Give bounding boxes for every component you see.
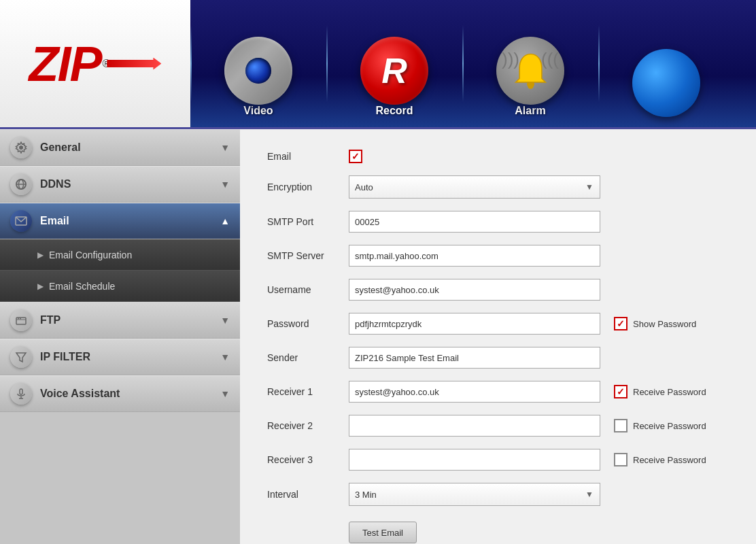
- nav-record[interactable]: R Record: [326, 0, 462, 127]
- sidebar-item-ftp[interactable]: FTP ▼: [0, 302, 240, 339]
- sidebar-item-general[interactable]: General ▼: [0, 129, 240, 166]
- nav-video-label: Video: [243, 105, 273, 117]
- sidebar-ddns-label: DDNS: [40, 178, 71, 190]
- voice-chevron: ▼: [220, 388, 230, 399]
- sidebar: General ▼ DDNS ▼ Email: [0, 129, 240, 544]
- email-chevron: ▲: [220, 216, 230, 226]
- sidebar-ip-filter-label: IP FILTER: [40, 351, 90, 363]
- email-svg-icon: [15, 216, 27, 226]
- receiver1-label: Receiver 1: [267, 386, 349, 397]
- alarm-icon: ))) (((: [496, 37, 564, 105]
- encryption-label: Encryption: [267, 182, 349, 192]
- nav-record-label: Record: [375, 105, 413, 117]
- svg-marker-10: [16, 353, 26, 362]
- receiver2-input[interactable]: [349, 415, 600, 437]
- sidebar-ftp-label: FTP: [40, 314, 61, 326]
- wave-left-icon: ))): [502, 49, 519, 70]
- sidebar-item-ip-filter[interactable]: IP FILTER ▼: [0, 339, 240, 375]
- email-row: Email: [267, 150, 729, 163]
- sidebar-general-label: General: [40, 141, 81, 154]
- username-input[interactable]: [349, 279, 600, 301]
- email-field-label: Email: [267, 151, 349, 162]
- interval-row: Interval 1 Min 3 Min 5 Min 10 Min 30 Min: [267, 483, 729, 506]
- sidebar-subitem-email-schedule[interactable]: ▶ Email Schedule: [0, 271, 240, 302]
- interval-select[interactable]: 1 Min 3 Min 5 Min 10 Min 30 Min: [349, 483, 600, 506]
- receive-password3-label: Receive Password: [633, 455, 706, 465]
- receiver1-row: Receiver 1 Receive Password: [267, 381, 729, 403]
- sidebar-subitem-email-config[interactable]: ▶ Email Configuration: [0, 239, 240, 271]
- email-icon: [10, 210, 32, 232]
- voice-assistant-icon: [10, 383, 32, 405]
- nav-alarm[interactable]: ))) ((( Alarm: [462, 0, 598, 127]
- globe-icon: [632, 49, 700, 117]
- sidebar-item-voice-assistant[interactable]: Voice Assistant ▼: [0, 375, 240, 412]
- camera-icon: [224, 37, 292, 105]
- receiver3-input[interactable]: [349, 449, 600, 471]
- encryption-row: Encryption Auto SSL TLS None: [267, 175, 729, 199]
- form-content: Email Encryption Auto SSL TLS None SMTP …: [240, 129, 756, 544]
- receiver3-row: Receiver 3 Receive Password: [267, 449, 729, 471]
- header-nav: Video R Record ))) ((( Alarm: [190, 0, 756, 127]
- sidebar-item-ddns[interactable]: DDNS ▼: [0, 166, 240, 203]
- sub-arrow-schedule: ▶: [37, 282, 44, 291]
- ddns-svg-icon: [15, 178, 27, 190]
- receive-password2-label: Receive Password: [633, 421, 706, 431]
- record-icon: R: [360, 37, 428, 105]
- ip-filter-chevron: ▼: [220, 352, 230, 362]
- nav-video[interactable]: Video: [190, 0, 326, 127]
- ddns-icon: [10, 173, 32, 195]
- gear-icon: [15, 141, 27, 154]
- sidebar-email-label: Email: [40, 215, 69, 227]
- sidebar-voice-label: Voice Assistant: [40, 388, 120, 400]
- svg-point-9: [20, 318, 21, 320]
- smtp-port-row: SMTP Port: [267, 211, 729, 233]
- username-label: Username: [267, 284, 349, 295]
- username-row: Username: [267, 279, 729, 301]
- general-icon: [10, 137, 32, 158]
- smtp-server-label: SMTP Server: [267, 250, 349, 261]
- sender-row: Sender: [267, 347, 729, 369]
- sender-label: Sender: [267, 352, 349, 363]
- interval-label: Interval: [267, 489, 349, 500]
- test-email-row: Test Email: [267, 518, 729, 543]
- sidebar-item-email[interactable]: Email ▲: [0, 203, 240, 239]
- zip-text: ZIP: [29, 39, 101, 88]
- ftp-icon: [10, 309, 32, 331]
- svg-point-1: [528, 83, 534, 89]
- sub-label-schedule: Email Schedule: [49, 281, 115, 292]
- mic-svg-icon: [15, 388, 27, 400]
- receive-password1-label: Receive Password: [633, 387, 706, 397]
- receiver2-label: Receiver 2: [267, 420, 349, 431]
- email-checkbox[interactable]: [349, 150, 362, 163]
- nav-globe[interactable]: [598, 0, 734, 127]
- encryption-select[interactable]: Auto SSL TLS None: [349, 175, 600, 199]
- receive-password1-checkbox[interactable]: [614, 385, 628, 398]
- receive-password2-checkbox[interactable]: [614, 419, 628, 432]
- show-password-checkbox[interactable]: [614, 317, 628, 330]
- show-password-label: Show Password: [633, 319, 696, 329]
- sub-label-config: Email Configuration: [49, 250, 132, 260]
- zip-logo: ZIP ®: [29, 39, 162, 88]
- filter-svg-icon: [15, 351, 27, 363]
- receive-password3-checkbox[interactable]: [614, 453, 628, 466]
- test-email-button[interactable]: Test Email: [349, 522, 417, 543]
- password-input[interactable]: [349, 313, 600, 335]
- sub-arrow-config: ▶: [37, 250, 44, 260]
- svg-rect-11: [20, 389, 22, 394]
- general-chevron: ▼: [220, 142, 230, 153]
- zip-arrow: [107, 58, 161, 70]
- smtp-server-input[interactable]: [349, 245, 600, 267]
- smtp-port-label: SMTP Port: [267, 216, 349, 227]
- ip-filter-icon: [10, 346, 32, 368]
- ftp-svg-icon: [15, 314, 27, 326]
- wave-right-icon: (((: [541, 49, 559, 70]
- receiver2-row: Receiver 2 Receive Password: [267, 415, 729, 437]
- receiver1-input[interactable]: [349, 381, 600, 403]
- svg-point-8: [18, 318, 19, 320]
- sender-input[interactable]: [349, 347, 600, 369]
- receiver3-label: Receiver 3: [267, 454, 349, 465]
- smtp-port-input[interactable]: [349, 211, 600, 233]
- header: ZIP ® Video R Record ))) (((: [0, 0, 756, 129]
- password-label: Password: [267, 318, 349, 329]
- encryption-select-wrapper: Auto SSL TLS None: [349, 175, 600, 199]
